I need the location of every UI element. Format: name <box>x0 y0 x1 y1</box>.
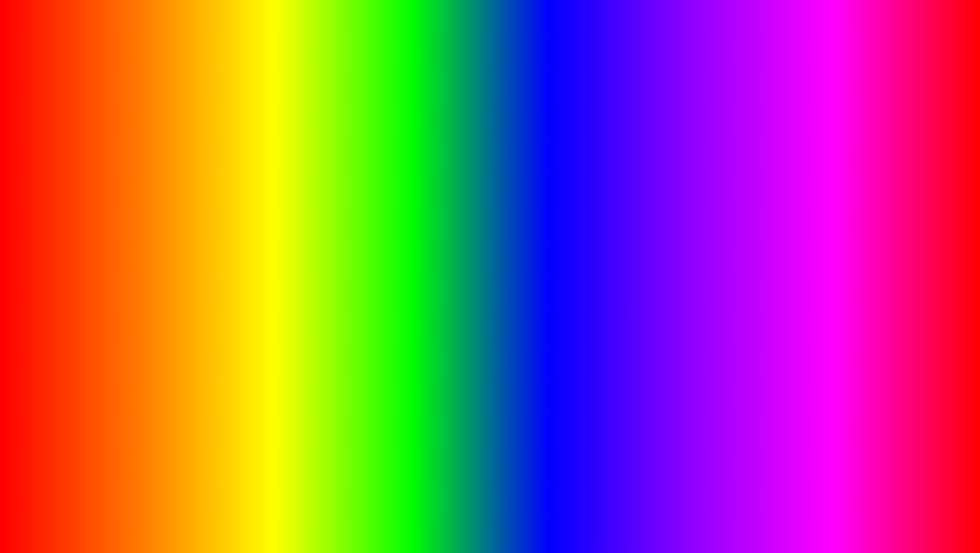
sidebar-front-devil-fruit[interactable]: 🍎 Devil Fruit <box>418 300 478 314</box>
title-letter-t: T <box>644 4 684 78</box>
panel-front-content-title: Wait For Dungeon <box>485 219 713 227</box>
panel-front-hrs: Hr(s): 0 Min(s)... <box>466 206 499 211</box>
sidebar-back-main-farm[interactable]: 🏠 Main Farm <box>347 164 407 178</box>
mobile-android-text: MOBILE ✔ ANDROID ✔ <box>30 203 183 264</box>
panel-back-main-farm-title: Main Farm <box>414 168 632 176</box>
fruits-logo: 🍊 FRUITS ★ ★ <box>838 475 929 538</box>
sidebar-back-teleport[interactable]: 📍 Teleport <box>347 221 407 235</box>
sidebar-front-label-misc-farm: Misc Farm <box>433 233 459 239</box>
sidebar-back-label-dungeon: Dungeon <box>362 239 385 245</box>
panel-back-subheader: Players : 1 / 12 Hr(s): 0 Min(s): 8 Sec(… <box>347 154 638 162</box>
sidebar-front-teleport[interactable]: 📍 Teleport <box>418 271 478 286</box>
sidebar-back-shop[interactable]: 🛒 Shop <box>347 263 407 278</box>
cart-icon-front: 🛒 <box>423 318 430 325</box>
panel-front-avatar: 👤 <box>422 186 438 202</box>
mysterious-entity-label: Mysterious Entity <box>195 238 250 247</box>
sidebar-front-label-combat: Combat <box>433 247 453 253</box>
sidebar-back-label-shop: Shop <box>362 267 375 273</box>
panel-back-header-stats: 03 February 2023 Hours:09:20:21 Ping: 73… <box>484 141 634 146</box>
panel-front-body: 🏠 Main Farm 🔧 Misc Farm ⚔️ Combat 📈 Stat… <box>418 213 720 347</box>
sidebar-front-misc-farm[interactable]: 🔧 Misc Farm <box>418 229 478 243</box>
svg-rect-6 <box>156 340 173 349</box>
svg-rect-24 <box>205 364 230 404</box>
panel-front-hours-stat: Hours:09:20:42 <box>633 192 664 197</box>
toggle-dungeon[interactable] <box>695 235 713 244</box>
main-title: BLOX / FRUITS <box>252 8 729 74</box>
panel-back-hours: Hours:09:20:21 <box>526 141 558 146</box>
panel-front-hours: Hours:09:20:42 <box>633 192 664 197</box>
panel-front-ping: Ping: 105.88 (29%CV) <box>670 192 715 197</box>
title-letter-l: L <box>299 4 339 78</box>
sidebar-front-label-stats: Stats <box>433 261 446 267</box>
panel-back-control: [ RightControl ] <box>464 155 495 160</box>
toggle-kill-aura[interactable] <box>695 264 713 273</box>
sidebar-back-label-main-farm: Main Farm <box>362 168 390 174</box>
toggle-label-dungeon: Auto Farm Dungeon <box>485 236 535 243</box>
misc-label: MISC. <box>198 195 247 212</box>
svg-rect-7 <box>181 340 197 349</box>
svg-rect-21 <box>179 457 210 468</box>
sidebar-front-combat[interactable]: ⚔️ Combat <box>418 243 478 257</box>
panel-front-header-stats: 03 February 2023 Hours:09:20:42 Ping: 10… <box>591 192 715 197</box>
svg-text:🍊: 🍊 <box>872 486 895 507</box>
title-letter-x: X <box>391 4 435 78</box>
title-letter-o: O <box>340 4 391 78</box>
toggle-row-raid-hop: Auto Raid Hop <box>485 297 713 310</box>
wrench-icon-front: 🔧 <box>423 232 430 239</box>
svg-rect-20 <box>145 457 176 468</box>
title-letter-r: R <box>530 4 578 78</box>
sidebar-front-main-farm[interactable]: 🏠 Main Farm <box>418 215 478 229</box>
panel-back-fps-stat: FPS: 48 <box>617 141 634 146</box>
toggle-raid-hop[interactable] <box>695 299 713 308</box>
bottom-script: SCRIPT <box>440 502 584 542</box>
svg-text:FRUITS: FRUITS <box>863 513 903 526</box>
sidebar-front-dungeon[interactable]: 🎯 Dungeon <box>418 286 478 300</box>
panel-front-date: 03 February 2023 <box>591 192 627 197</box>
sidebar-front-label-shop: Shop <box>433 318 446 324</box>
panel-front-ping-stat: Ping: 105.88 (29%CV) <box>670 192 715 197</box>
toggle-row-raid: Auto Raid <box>485 280 713 293</box>
pin-icon: 📍 <box>352 224 359 231</box>
sword-icon-front: ⚔️ <box>423 247 430 254</box>
panel-back-date-stat: 03 February 2023 <box>484 141 520 146</box>
panel-front-date-stat: 03 February 2023 <box>591 192 627 197</box>
sidebar-back-label-stats: Stats <box>362 211 375 217</box>
panel-front: 👤 XxArSendxX #1009 03 February 2023 Hour… <box>416 183 721 350</box>
home-icon: 🏠 <box>352 167 359 175</box>
toggle-raid[interactable] <box>695 282 713 291</box>
svg-point-15 <box>173 313 181 321</box>
panel-back-hours-stat: Hours:09:20:21 <box>526 141 558 146</box>
home-icon-front: 🏠 <box>423 218 430 225</box>
sidebar-front-label-main-farm: Main Farm <box>433 219 461 225</box>
sidebar-front-shop[interactable]: 🛒 Shop <box>418 314 478 328</box>
sidebar-back-combat[interactable]: ⚔️ Combat <box>347 192 407 206</box>
svg-point-16 <box>162 313 167 318</box>
sidebar-front-stats[interactable]: 📈 Stats <box>418 257 478 271</box>
sidebar-back-label-combat: Combat <box>362 196 382 202</box>
panel-front-players: Players : 1 / 12 <box>422 206 452 211</box>
sidebar-front-label-teleport: Teleport <box>433 275 453 282</box>
sword-icon: ⚔️ <box>352 196 359 203</box>
toggle-label-raid-hop: Auto Raid Hop <box>485 300 521 306</box>
title-slash: / <box>435 4 490 78</box>
svg-point-17 <box>186 313 191 318</box>
toggle-row-dungeon: Auto Farm Dungeon <box>485 233 713 246</box>
svg-text:★: ★ <box>913 483 920 492</box>
sidebar-back-misc-farm[interactable]: 🔧 Misc Farm <box>347 178 407 192</box>
panel-front-userid: #1009 <box>441 195 475 200</box>
sidebar-back-label-devil-fruit: Devil Fruit <box>362 253 387 259</box>
sidebar-front-label-devil-fruit: Devil Fruit <box>433 304 459 310</box>
sidebar-back-dungeon[interactable]: 🎯 Dungeon <box>347 235 407 249</box>
panel-back-username: XxArSendxX <box>370 138 404 144</box>
chart-icon-front: 📈 <box>423 261 430 268</box>
panel-front-header: 👤 XxArSendxX #1009 03 February 2023 Hour… <box>418 184 720 205</box>
fruit-icon-front: 🍎 <box>423 303 430 310</box>
panel-back-hrs: Hr(s): 0 Min(s): 8 Sec(s): 29 <box>395 155 451 160</box>
panel-front-content-subtitle: push down using punches <box>485 250 713 256</box>
sidebar-back-stats[interactable]: 📈 Stats <box>347 206 407 221</box>
sidebar-back-devil-fruit[interactable]: 🍎 Devil Fruit <box>347 249 407 263</box>
panel-back-sidebar: 🏠 Main Farm 🔧 Misc Farm ⚔️ Combat 📈 Stat… <box>347 162 408 296</box>
panel-back-avatar: 👤 <box>351 135 367 152</box>
cart-icon: 🛒 <box>352 267 359 274</box>
title-letter-f: F <box>490 4 530 78</box>
